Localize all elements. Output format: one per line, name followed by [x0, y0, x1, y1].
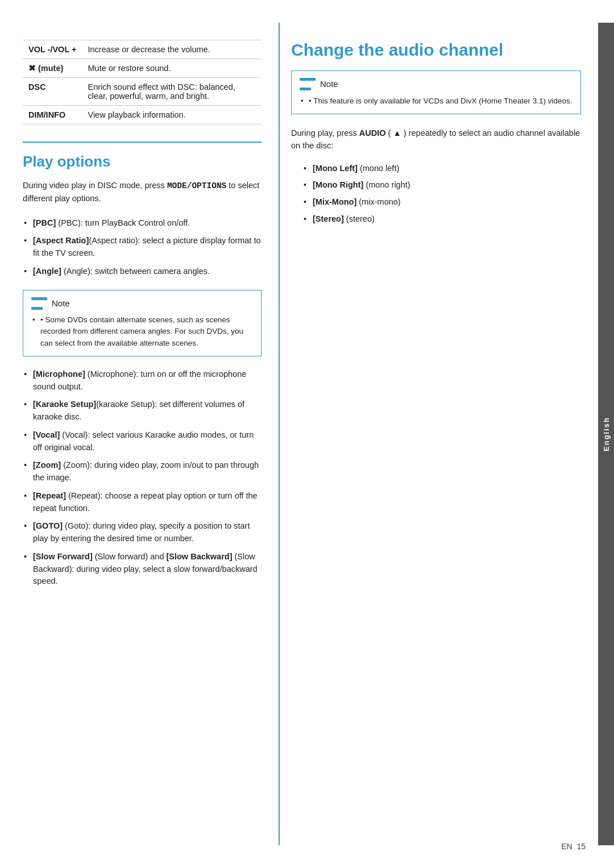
control-key: DSC [23, 78, 82, 106]
note-icon-bar-bottom-r [300, 88, 311, 90]
note-right-label: Note [320, 78, 338, 91]
list-item: [Stereo] (stereo) [302, 211, 581, 228]
note-box-1: Note • Some DVDs contain alternate scene… [23, 290, 262, 356]
note-right-text: • This feature is only available for VCD… [300, 95, 572, 107]
list-item: [GOTO] (Goto): during video play, specif… [23, 517, 262, 548]
control-desc: Increase or decrease the volume. [82, 40, 262, 59]
play-options-list: [PBC] (PBC): turn PlayBack Control on/of… [23, 214, 262, 281]
control-desc: Enrich sound effect with DSC: balanced, … [82, 78, 262, 106]
note-icon-bar-top-r [300, 78, 316, 81]
control-key: DIM/INFO [23, 106, 82, 124]
note-box-right: Note • This feature is only available fo… [291, 70, 581, 114]
note-icon-right [300, 78, 316, 90]
controls-table: VOL -/VOL +Increase or decrease the volu… [23, 40, 262, 124]
page-label: EN [561, 842, 572, 851]
left-column: VOL -/VOL +Increase or decrease the volu… [0, 23, 279, 845]
page-footer: EN 15 [561, 842, 586, 851]
table-row: ✖ (mute)Mute or restore sound. [23, 59, 262, 78]
note-icon-bar-top [31, 297, 47, 300]
note1-text: • Some DVDs contain alternate scenes, su… [31, 314, 253, 349]
page-number: 15 [576, 842, 586, 851]
table-row: DSCEnrich sound effect with DSC: balance… [23, 78, 262, 106]
list-item: [Vocal] (Vocal): select various Karaoke … [23, 426, 262, 457]
table-row: VOL -/VOL +Increase or decrease the volu… [23, 40, 262, 59]
note1-content: • Some DVDs contain alternate scenes, su… [31, 314, 253, 349]
control-key: VOL -/VOL + [23, 40, 82, 59]
list-item: [Repeat] (Repeat): choose a repeat play … [23, 487, 262, 518]
list-item: [Mono Right] (mono right) [302, 177, 581, 194]
audio-channel-list: [Mono Left] (mono left)[Mono Right] (mon… [302, 160, 581, 228]
note-header-right: Note [300, 78, 572, 91]
list-item: [Zoom] (Zoom): during video play, zoom i… [23, 456, 262, 487]
list-item: [Mix-Mono] (mix-mono) [302, 194, 581, 211]
list-item: [PBC] (PBC): turn PlayBack Control on/of… [23, 214, 262, 232]
right-column: Change the audio channel Note • This fea… [279, 23, 598, 845]
control-desc: View playback information. [82, 106, 262, 124]
section-divider [23, 142, 262, 143]
table-row: DIM/INFOView playback information. [23, 106, 262, 124]
more-options-list: [Microphone] (Microphone): turn on or of… [23, 366, 262, 591]
list-item: [Mono Left] (mono left) [302, 160, 581, 177]
control-desc: Mute or restore sound. [82, 59, 262, 78]
sidebar: English [598, 23, 614, 845]
note1-label: Note [52, 297, 70, 310]
note-icon-1 [31, 297, 47, 310]
list-item: [Microphone] (Microphone): turn on or of… [23, 366, 262, 396]
list-item: [Slow Forward] (Slow forward) and [Slow … [23, 548, 262, 591]
sidebar-label: English [602, 417, 611, 451]
note-header-1: Note [31, 297, 253, 310]
list-item: [Angle] (Angle): switch between camera a… [23, 263, 262, 281]
note-icon-bar-bottom [31, 307, 43, 310]
audio-instruction: During play, press AUDIO ( ▲ ) repeatedl… [291, 127, 581, 152]
play-options-heading: Play options [23, 153, 262, 171]
play-options-intro: During video play in DISC mode, press MO… [23, 180, 262, 205]
list-item: [Karaoke Setup](karaoke Setup): set diff… [23, 396, 262, 426]
note-right-content: • This feature is only available for VCD… [300, 95, 572, 107]
control-key: ✖ (mute) [23, 59, 82, 78]
right-heading: Change the audio channel [291, 40, 581, 60]
list-item: [Aspect Ratio](Aspect ratio): select a p… [23, 232, 262, 263]
